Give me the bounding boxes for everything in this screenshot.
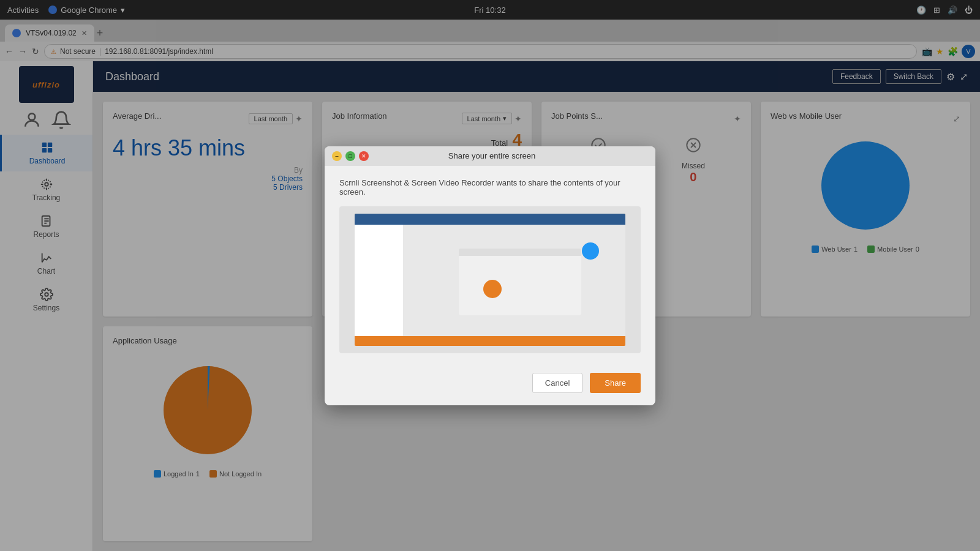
preview-content bbox=[355, 225, 626, 346]
modal-maximize-btn[interactable]: □ bbox=[345, 151, 355, 161]
preview-popup bbox=[459, 249, 581, 315]
share-button[interactable]: Share bbox=[590, 373, 641, 393]
preview-browser-bar bbox=[355, 214, 626, 225]
modal-footer: Cancel Share bbox=[325, 365, 655, 405]
preview-red-circle bbox=[483, 280, 502, 298]
preview-blue-circle bbox=[582, 242, 599, 260]
modal-close-btn[interactable]: ✕ bbox=[359, 151, 369, 161]
cancel-button[interactable]: Cancel bbox=[532, 373, 582, 393]
modal-titlebar: – □ ✕ Share your entire screen bbox=[325, 146, 655, 166]
modal-body: Scrnli Screenshot & Screen Video Recorde… bbox=[325, 166, 655, 365]
modal-overlay: – □ ✕ Share your entire screen Scrnli Sc… bbox=[0, 0, 980, 551]
screen-preview bbox=[339, 206, 641, 353]
share-screen-modal: – □ ✕ Share your entire screen Scrnli Sc… bbox=[325, 146, 655, 405]
modal-title: Share your entire screen bbox=[369, 151, 615, 160]
preview-main bbox=[403, 225, 625, 346]
preview-inner bbox=[355, 214, 626, 346]
modal-minimize-btn[interactable]: – bbox=[332, 151, 342, 161]
preview-sidebar bbox=[355, 225, 404, 346]
modal-controls: – □ ✕ bbox=[332, 151, 369, 161]
modal-description: Scrnli Screenshot & Screen Video Recorde… bbox=[339, 178, 641, 197]
preview-bottom-bar bbox=[355, 336, 626, 346]
